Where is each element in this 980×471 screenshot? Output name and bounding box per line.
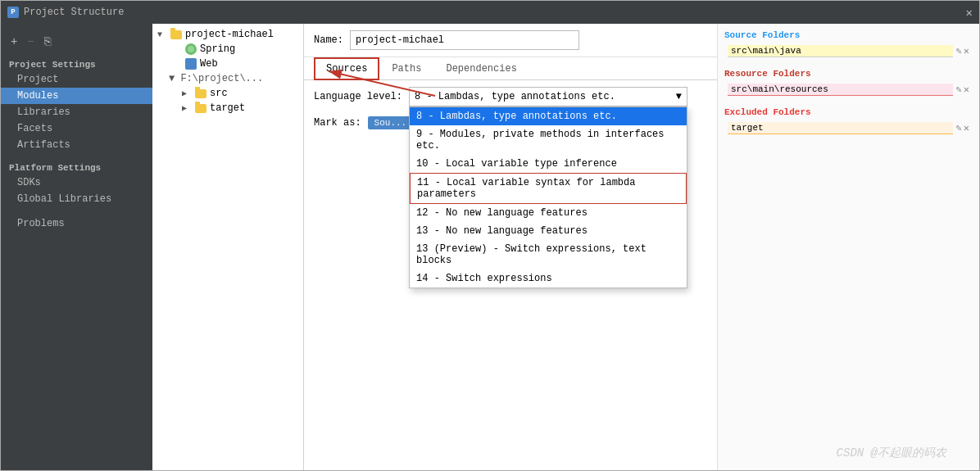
sidebar-item-sdks[interactable]: SDKs: [1, 174, 152, 191]
source-path: src\main\java: [728, 45, 953, 57]
excluded-folders-section: Excluded Folders target ✎ ✕: [724, 107, 973, 136]
resource-path: src\main\resources: [728, 84, 953, 96]
spring-icon: [185, 43, 197, 55]
dropdown-option-8[interactable]: 8 - Lambdas, type annotations etc.: [410, 107, 687, 125]
tree-item-target[interactable]: ▶ target: [152, 101, 303, 115]
excluded-folder-entry: target ✎ ✕: [724, 120, 973, 136]
target-label: target: [210, 102, 245, 114]
sidebar-item-project[interactable]: Project: [1, 71, 152, 88]
expand-icon[interactable]: ▼: [157, 30, 167, 39]
source-folder-icons: ✎ ✕: [956, 45, 969, 57]
edit-excluded-icon[interactable]: ✎: [956, 122, 962, 134]
project-structure-window: P Project Structure ✕ + − ⎘ Project Sett…: [0, 0, 980, 471]
edit-source-icon[interactable]: ✎: [956, 45, 962, 57]
dropdown-option-11[interactable]: 11 - Local variable syntax for lambda pa…: [410, 173, 687, 204]
excluded-path: target: [728, 122, 953, 134]
resource-folders-title: Resource Folders: [724, 69, 973, 79]
right-side-panel: Source Folders src\main\java ✎ ✕ Resourc…: [717, 24, 979, 470]
close-button[interactable]: ✕: [966, 6, 973, 20]
spring-label: Spring: [200, 43, 235, 55]
source-folders-section: Source Folders src\main\java ✎ ✕: [724, 30, 973, 59]
language-level-select[interactable]: 8 - Lambdas, type annotations etc. ▼: [409, 87, 687, 106]
language-level-select-wrapper: 8 - Lambdas, type annotations etc. ▼ 8 -…: [409, 87, 687, 106]
project-settings-heading: Project Settings: [1, 57, 152, 71]
src-label: src: [210, 88, 228, 99]
web-icon: [185, 58, 197, 70]
sidebar-item-artifacts[interactable]: Artifacts: [1, 137, 152, 153]
src-folder-icon: [195, 89, 206, 98]
resource-folder-entry: src\main\resources ✎ ✕: [724, 82, 973, 97]
web-label: Web: [200, 58, 218, 70]
selected-option-text: 8 - Lambdas, type annotations etc.: [415, 91, 615, 102]
window-title: Project Structure: [24, 7, 124, 18]
dropdown-option-12[interactable]: 12 - No new language features: [410, 204, 687, 222]
tree-root-label: project-michael: [185, 29, 274, 40]
watermark: CSDN @不起眼的码农: [837, 446, 946, 460]
tree-root[interactable]: ▼ project-michael: [152, 27, 303, 42]
dropdown-arrow-icon: ▼: [676, 91, 682, 102]
add-button[interactable]: +: [7, 34, 20, 50]
path-row: ▼ F:\project\...: [152, 71, 303, 86]
source-folders-title: Source Folders: [724, 30, 973, 40]
tree-item-web[interactable]: Web: [152, 57, 303, 71]
tree-panel: ▼ project-michael Spring: [152, 24, 304, 470]
folder-icon: [170, 30, 182, 39]
tab-paths[interactable]: Paths: [379, 57, 433, 80]
svg-point-0: [188, 46, 194, 52]
name-input[interactable]: [350, 30, 579, 50]
tree-item-spring[interactable]: Spring: [152, 42, 303, 57]
sidebar-item-modules[interactable]: Modules: [1, 88, 152, 104]
source-folder-entry: src\main\java ✎ ✕: [724, 43, 973, 59]
sidebar-item-global-libraries[interactable]: Global Libraries: [1, 191, 152, 207]
remove-resource-icon[interactable]: ✕: [964, 84, 969, 96]
language-level-label: Language level:: [314, 91, 402, 102]
platform-settings-heading: Platform Settings: [1, 160, 152, 174]
remove-source-icon[interactable]: ✕: [964, 45, 969, 57]
main-content: + − ⎘ Project Settings Project Modules L…: [1, 24, 979, 470]
sidebar-item-libraries[interactable]: Libraries: [1, 104, 152, 120]
sidebar-item-problems[interactable]: Problems: [1, 215, 152, 232]
mark-as-label: Mark as:: [314, 117, 361, 129]
app-icon: P: [7, 7, 19, 18]
title-bar: P Project Structure ✕: [1, 1, 979, 24]
tab-dependencies[interactable]: Dependencies: [433, 57, 529, 80]
dropdown-option-10[interactable]: 10 - Local variable type inference: [410, 155, 687, 173]
remove-button[interactable]: −: [24, 34, 37, 50]
remove-excluded-icon[interactable]: ✕: [964, 122, 969, 134]
edit-resource-icon[interactable]: ✎: [956, 84, 962, 96]
target-folder-icon: [195, 104, 206, 113]
tab-sources[interactable]: Sources: [314, 57, 379, 80]
dropdown-option-9[interactable]: 9 - Modules, private methods in interfac…: [410, 125, 687, 155]
path-expand[interactable]: ▼: [169, 73, 180, 84]
resource-folder-icons: ✎ ✕: [956, 84, 969, 96]
dropdown-option-14[interactable]: 14 - Switch expressions: [410, 269, 687, 288]
name-label: Name:: [314, 34, 343, 46]
sidebar: + − ⎘ Project Settings Project Modules L…: [1, 24, 152, 470]
copy-button[interactable]: ⎘: [41, 34, 54, 50]
language-level-dropdown: 8 - Lambdas, type annotations etc. 9 - M…: [409, 106, 687, 288]
excluded-folders-title: Excluded Folders: [724, 107, 973, 117]
dropdown-option-13b[interactable]: 13 (Preview) - Switch expressions, text …: [410, 240, 687, 269]
excluded-folder-icons: ✎ ✕: [956, 122, 969, 134]
resource-folders-section: Resource Folders src\main\resources ✎ ✕: [724, 69, 973, 97]
dropdown-option-13a[interactable]: 13 - No new language features: [410, 222, 687, 240]
tree-item-src[interactable]: ▶ src: [152, 86, 303, 101]
title-bar-left: P Project Structure: [7, 7, 124, 18]
source-mark-button[interactable]: Sou...: [368, 116, 414, 129]
sidebar-item-facets[interactable]: Facets: [1, 120, 152, 137]
content-panel: Name: Sources Paths Dependencies Languag…: [304, 24, 979, 470]
